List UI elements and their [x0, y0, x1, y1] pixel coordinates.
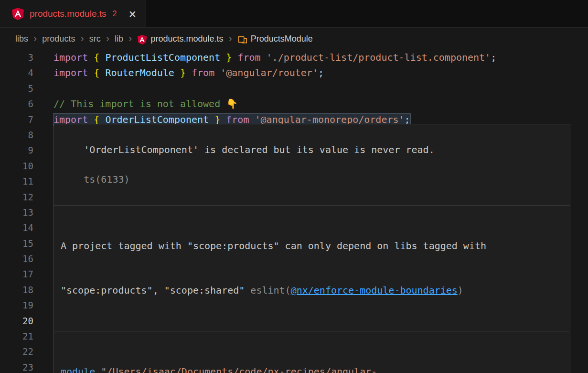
code-token: [249, 114, 255, 125]
module-path-line1: "/Users/isaac/Documents/code/nx-recipes/…: [101, 366, 377, 373]
code-token: }: [226, 52, 232, 63]
line-number: 11: [0, 174, 33, 189]
code-token: [261, 52, 267, 63]
tab-products-module[interactable]: products.module.ts 2: [0, 0, 146, 27]
code-token: ;: [405, 114, 410, 125]
line-number: 21: [0, 329, 33, 344]
code-token: {: [94, 114, 99, 125]
line-number: 15: [0, 236, 33, 251]
code-token: ;: [491, 52, 496, 63]
code-token: import: [53, 67, 88, 78]
line-number: 7: [0, 112, 33, 127]
eslint-source-prefix: eslint(: [250, 285, 290, 296]
code-line[interactable]: 5: [0, 81, 588, 96]
hover-popup: 'OrderListComponent' is declared but its…: [53, 124, 570, 373]
code-line[interactable]: 6// This import is not allowed 👇: [0, 96, 588, 111]
chevron-right-icon: [128, 33, 132, 44]
ts-error-code: ts(6133): [84, 174, 129, 185]
line-number: 8: [0, 127, 33, 143]
code-token: 👇: [226, 98, 238, 110]
line-number: 3: [0, 50, 33, 65]
close-icon[interactable]: [128, 8, 136, 20]
breadcrumb-item-products[interactable]: products: [42, 34, 75, 44]
line-number: 10: [0, 158, 33, 174]
eslint-source-suffix: ): [458, 285, 463, 296]
code-line[interactable]: 4import { RouterModule } from '@angular/…: [0, 65, 588, 80]
line-number: 4: [0, 65, 33, 80]
code-content: // This import is not allowed 👇: [53, 96, 238, 111]
code-token: from: [237, 52, 260, 63]
line-number: 19: [0, 297, 33, 313]
hover-eslint-error: A project tagged with "scope:products" c…: [54, 206, 570, 331]
line-number: 13: [0, 205, 33, 220]
code-token: '@angular-monorepo/orders': [255, 114, 404, 125]
chevron-right-icon: [106, 33, 109, 44]
line-number: 5: [0, 81, 33, 96]
code-token: from: [192, 67, 214, 78]
code-token: './product-list/product-list.component': [267, 52, 491, 63]
breadcrumb-item-file[interactable]: products.module.ts: [150, 34, 223, 44]
code-token: [88, 114, 94, 125]
chevron-right-icon: [33, 33, 37, 44]
class-symbol-icon: [237, 34, 247, 44]
code-token: [232, 52, 237, 63]
chevron-right-icon: [80, 33, 84, 44]
code-token: ;: [318, 67, 324, 78]
breadcrumb-item-src[interactable]: src: [89, 34, 101, 44]
code-token: [88, 67, 94, 78]
line-number: 9: [0, 143, 33, 158]
code-token: import: [53, 114, 88, 125]
tab-title: products.module.ts: [30, 9, 107, 19]
eslint-error-line2: "scope:products", "scope:shared" eslint(…: [61, 283, 563, 298]
code-token: [186, 67, 192, 78]
code-token: [220, 114, 226, 125]
chevron-right-icon: [228, 33, 232, 44]
eslint-rule-link[interactable]: @nx/enforce-module-boundaries: [291, 285, 458, 296]
breadcrumb-item-symbol[interactable]: ProductsModule: [251, 34, 313, 44]
line-number: 16: [0, 251, 33, 266]
code-token: }: [180, 67, 186, 78]
code-token: [214, 67, 220, 78]
error-highlight: import { OrderListComponent } from '@ang…: [53, 114, 410, 125]
code-line[interactable]: 3import { ProductListComponent } from '.…: [0, 50, 588, 65]
code-content: import { ProductListComponent } from './…: [53, 50, 496, 65]
line-number: 20: [0, 313, 33, 329]
code-token: from: [226, 114, 249, 125]
line-number: 23: [0, 360, 33, 373]
code-token: [88, 52, 94, 63]
breadcrumb-item-libs[interactable]: libs: [15, 34, 28, 44]
code-content: import { RouterModule } from '@angular/r…: [53, 65, 324, 80]
ts-error-message: 'OrderListComponent' is declared but its…: [84, 144, 435, 155]
line-number: 17: [0, 266, 33, 282]
code-token: OrderListComponent: [99, 114, 214, 125]
code-token: ProductListComponent: [99, 52, 226, 63]
eslint-error-line1: A project tagged with "scope:products" c…: [61, 239, 563, 253]
code-token: {: [94, 67, 99, 78]
module-info-line1: module "/Users/isaac/Documents/code/nx-r…: [61, 364, 563, 373]
angular-icon: [137, 34, 147, 44]
code-token: RouterModule: [99, 67, 180, 78]
line-number: 12: [0, 189, 33, 205]
code-token: '@angular/router': [220, 67, 318, 78]
line-number: 14: [0, 220, 33, 235]
code-token: import: [53, 52, 88, 63]
tab-bar: products.module.ts 2: [0, 0, 588, 28]
module-keyword: module: [61, 366, 95, 373]
hover-ts-error: 'OrderListComponent' is declared but its…: [54, 124, 570, 206]
angular-icon: [11, 7, 24, 20]
breadcrumb: libs products src lib products.module.ts…: [0, 28, 588, 50]
line-number: 22: [0, 344, 33, 359]
line-number: 6: [0, 96, 33, 111]
line-number: 18: [0, 282, 33, 297]
eslint-error-scopes: "scope:products", "scope:shared": [61, 285, 245, 296]
code-token: {: [94, 52, 99, 63]
code-token: }: [214, 114, 220, 125]
code-token: // This import is not allowed: [53, 98, 226, 110]
tab-error-count-badge: 2: [113, 10, 117, 18]
hover-module-info: module "/Users/isaac/Documents/code/nx-r…: [54, 331, 570, 373]
breadcrumb-item-lib[interactable]: lib: [115, 34, 123, 44]
